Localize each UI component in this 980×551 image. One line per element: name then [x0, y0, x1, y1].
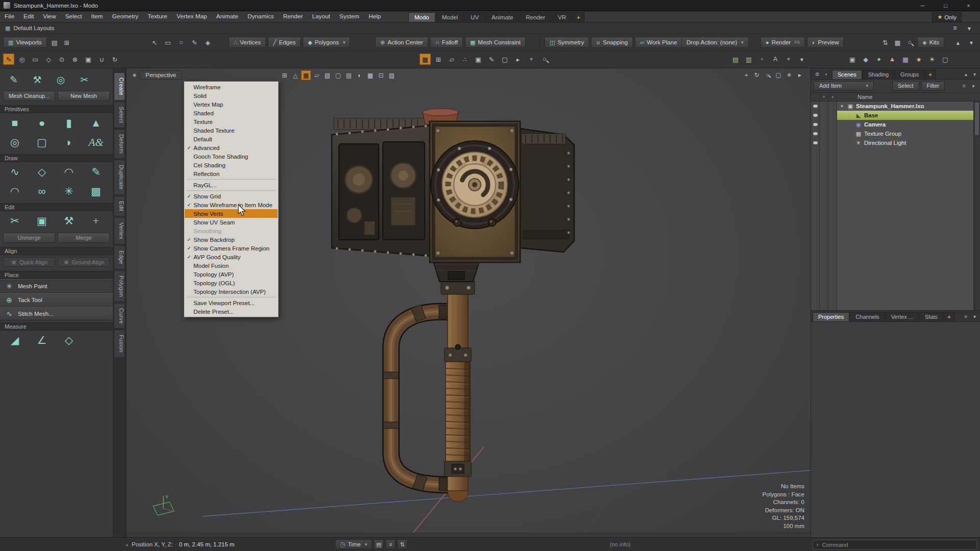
lock-toggle-cell[interactable] [828, 138, 837, 147]
tree-item-steampunk-hammer-lxo[interactable]: ▼▣Steampunk_Hammer.lxo [837, 102, 980, 111]
symmetry-button[interactable]: ◫ Symmetry [545, 37, 589, 48]
menu-item-reflection[interactable]: Reflection [185, 169, 278, 178]
menu-item-show-wireframe-in-item-mode[interactable]: ✓Show Wireframe in Item Mode [185, 201, 278, 209]
properties-tab-stats[interactable]: Stats [919, 312, 943, 321]
preset-grid-icon[interactable]: ▦ [900, 54, 911, 65]
viewport-layout-icon[interactable]: ⊞ [61, 37, 72, 48]
visibility-eye-cell[interactable] [811, 120, 820, 129]
menubar-vertex-map[interactable]: Vertex Map [172, 11, 212, 22]
menu-item-save-viewport-preset[interactable]: Save Viewport Preset... [185, 298, 278, 307]
polyline-draw-icon[interactable]: ◇ [29, 164, 55, 180]
snapping-button[interactable]: ∪ Snapping [591, 37, 633, 48]
vp-action-center-icon[interactable]: ▦ [301, 70, 311, 80]
sphere-tool-icon[interactable]: ◎ [51, 72, 70, 87]
select-paint-icon[interactable]: ✎ [189, 37, 200, 48]
star-draw-icon[interactable]: ✳ [56, 183, 82, 199]
menu-item-shaded[interactable]: Shaded [185, 109, 278, 117]
pin-icon[interactable]: ▪ [822, 70, 830, 78]
menu-item-model-fusion[interactable]: Model Fusion [185, 261, 278, 270]
play-icon[interactable]: ▸ [512, 54, 524, 65]
pen-edit-icon[interactable]: ✎ [486, 54, 497, 65]
properties-tab-vertex[interactable]: Vertex ... [886, 312, 919, 321]
select-rectangle-icon[interactable]: ▭ [162, 37, 174, 48]
item-list-scrollbar[interactable] [973, 102, 980, 310]
only-button[interactable]: ★ Only [932, 12, 962, 22]
track-list-icon[interactable]: ≡ [385, 539, 396, 549]
menu-item-show-grid[interactable]: ✓Show Grid [185, 192, 278, 201]
viewports-button[interactable]: ▥ Viewports [3, 37, 47, 48]
menubar-render[interactable]: Render [279, 11, 308, 22]
toolbox-tab-deform[interactable]: Deform [114, 129, 125, 159]
range-icon[interactable]: ⇅ [397, 539, 407, 549]
tree-row-camera[interactable]: ◉Camera [811, 120, 980, 129]
cone-primitive-icon[interactable]: ▲ [83, 115, 109, 131]
visibility-eye-cell[interactable] [811, 102, 820, 111]
render-toggle-cell[interactable] [820, 111, 828, 120]
arc-draw-icon[interactable]: ◠ [2, 183, 28, 199]
preset-camera-icon[interactable]: ▢ [940, 54, 951, 65]
name-column-header[interactable]: Name [837, 94, 872, 100]
lock-toggle-cell[interactable] [828, 120, 837, 129]
scroll-down-icon[interactable]: ▾ [966, 37, 977, 48]
plane-align-icon[interactable]: ▱ [446, 54, 457, 65]
toolbox-tab-duplicate[interactable]: Duplicate [114, 160, 125, 195]
vertices-mode-button[interactable]: ∴ Vertices [229, 37, 266, 48]
vp-film-icon[interactable]: ▤ [344, 70, 354, 80]
toolbox-tab-edit[interactable]: Edit [114, 196, 125, 216]
menubar-system[interactable]: System [335, 11, 364, 22]
drop-action-dropdown[interactable]: Drop Action: (none) ▾ [681, 37, 749, 48]
preset-mesh-icon[interactable]: ◆ [860, 54, 871, 65]
vp-wireframe-icon[interactable]: ⊡ [376, 70, 386, 80]
hammer-edit-icon[interactable]: ⚒ [56, 213, 82, 229]
filter-collapse-icon[interactable]: ▾ [969, 82, 977, 90]
render-button[interactable]: ● Render F9 [761, 37, 805, 48]
render-toggle-cell[interactable] [820, 129, 828, 138]
paste-edit-icon[interactable]: ▣ [29, 213, 55, 229]
properties-tab-properties[interactable]: Properties [813, 312, 849, 321]
vp-mesh-icon[interactable]: ▧ [323, 70, 332, 80]
vp-shade-icon[interactable]: ◐ [355, 70, 364, 80]
add-item-dropdown[interactable]: Add Item ▾ [814, 81, 874, 91]
vp-maximize-icon[interactable]: ▢ [774, 70, 783, 80]
tree-row-base[interactable]: ►◣Base [811, 111, 980, 120]
expander-icon[interactable]: ▼ [839, 104, 845, 109]
vp-plane-icon[interactable]: ▱ [312, 70, 322, 80]
panel-up-icon[interactable]: ▴ [962, 70, 970, 78]
bezier-draw-icon[interactable]: ◠ [56, 164, 82, 180]
toolbox-tab-create[interactable]: Create [114, 72, 125, 101]
toolbox-tab-curve[interactable]: Curve [114, 303, 125, 329]
menu-item-advanced[interactable]: ✓Advanced [185, 143, 278, 152]
preset-sphere-icon[interactable]: ● [873, 54, 885, 65]
ground-align-button[interactable]: ▣ Ground Align [58, 257, 110, 267]
primitives-section-header[interactable]: Primitives [0, 105, 113, 113]
panel-tab-groups[interactable]: Groups [895, 70, 924, 79]
props-list-icon[interactable]: ≡ [962, 313, 970, 320]
menubar-layout[interactable]: Layout [307, 11, 334, 22]
close-button[interactable]: × [957, 0, 980, 11]
menu-item-solid[interactable]: Solid [185, 91, 278, 100]
camera-view-icon[interactable]: ▢ [499, 54, 510, 65]
toolbox-tab-polygon[interactable]: Polygon [114, 270, 125, 302]
props-collapse-icon[interactable]: ▾ [971, 313, 978, 320]
panel-tab-shading[interactable]: Shading [863, 70, 894, 79]
list-mode-icon[interactable]: ≡ [960, 82, 968, 90]
vp-texture-icon[interactable]: ▩ [365, 70, 375, 80]
camera-view-dropdown[interactable]: Perspective [139, 70, 182, 80]
menu-item-texture[interactable]: Texture [185, 117, 278, 126]
reset-tool-icon[interactable]: ↻ [109, 54, 120, 65]
place-section-header[interactable]: Place [0, 271, 113, 279]
visibility-eye-cell[interactable] [811, 138, 820, 147]
tack-tool[interactable]: ⊕ Tack Tool [0, 293, 113, 307]
text-primitive-icon[interactable]: A& [83, 134, 109, 151]
edge-snap-icon[interactable]: ▣ [473, 54, 484, 65]
angle-measure-icon[interactable]: ∠ [29, 332, 55, 348]
search-icon[interactable]: ○ [904, 37, 915, 48]
menubar-geometry[interactable]: Geometry [107, 11, 143, 22]
select-element-icon[interactable]: ◈ [202, 37, 213, 48]
menu-item-default[interactable]: Default [185, 135, 278, 143]
preset-star-icon[interactable]: ★ [913, 54, 924, 65]
command-input[interactable] [822, 542, 973, 548]
vp-overlay-icon[interactable]: ▨ [387, 70, 397, 80]
measure-section-header[interactable]: Measure [0, 322, 113, 331]
align-section-header[interactable]: Align [0, 247, 113, 255]
